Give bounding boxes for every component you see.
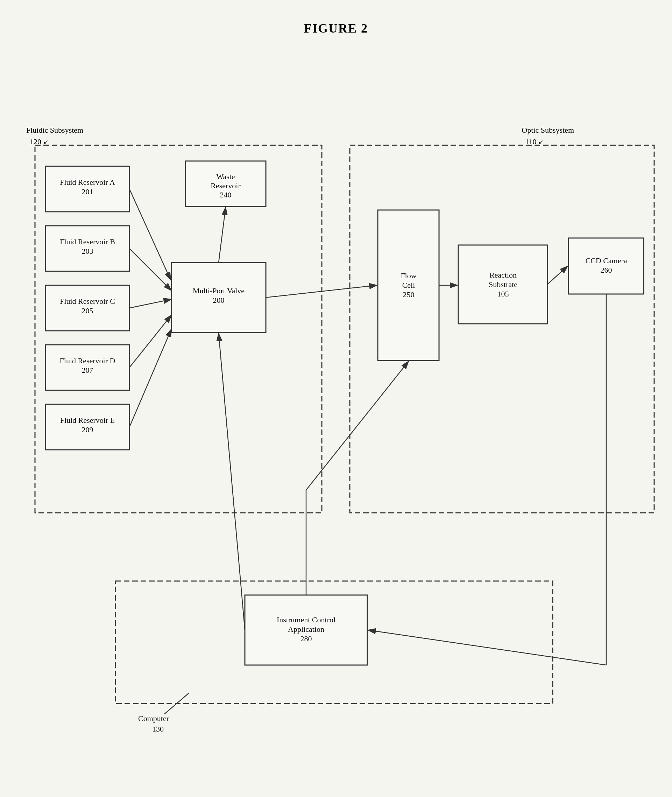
arrow-d-to-valve [130, 315, 171, 367]
svg-text:280: 280 [301, 634, 312, 643]
svg-text:200: 200 [213, 296, 225, 305]
arrow-a-to-valve [130, 189, 171, 280]
svg-text:Fluid Reservoir B: Fluid Reservoir B [60, 237, 115, 246]
svg-text:Fluid Reservoir E: Fluid Reservoir E [60, 416, 115, 425]
svg-text:Instrument Control: Instrument Control [277, 615, 336, 624]
svg-text:Flow: Flow [400, 271, 416, 280]
svg-text:Fluid Reservoir C: Fluid Reservoir C [60, 297, 115, 306]
svg-text:Multi-Port Valve: Multi-Port Valve [193, 286, 245, 295]
computer-number: 130 [152, 725, 164, 733]
arrow-ica-to-valve [219, 333, 245, 630]
svg-text:Cell: Cell [402, 281, 415, 289]
svg-text:207: 207 [82, 366, 93, 375]
diagram-svg: Fluid Reservoir A 201 Fluid Reservoir B … [0, 0, 672, 797]
svg-text:CCD Camera: CCD Camera [585, 256, 627, 265]
svg-text:201: 201 [82, 187, 93, 196]
svg-text:Reaction: Reaction [490, 271, 517, 279]
computer-label: Computer [138, 714, 169, 723]
svg-text:Reservoir: Reservoir [211, 181, 241, 190]
arrow-substrate-to-camera [547, 266, 568, 284]
svg-text:Fluid Reservoir D: Fluid Reservoir D [60, 356, 115, 365]
arrow-camera-to-ica [368, 630, 606, 665]
arrow-valve-to-waste [219, 207, 226, 263]
svg-text:203: 203 [82, 247, 93, 255]
svg-text:Waste: Waste [216, 172, 235, 181]
svg-text:250: 250 [403, 290, 414, 299]
svg-text:260: 260 [601, 266, 612, 274]
svg-text:Fluid Reservoir A: Fluid Reservoir A [60, 178, 115, 186]
arrow-b-to-valve [130, 249, 171, 290]
svg-text:Substrate: Substrate [489, 280, 517, 289]
arrow-e-to-valve [130, 329, 171, 427]
svg-text:205: 205 [82, 306, 93, 315]
svg-text:105: 105 [498, 289, 509, 298]
arrow-c-to-valve [130, 299, 171, 308]
svg-text:240: 240 [220, 191, 232, 199]
svg-text:Application: Application [288, 625, 324, 633]
svg-text:209: 209 [82, 425, 93, 434]
